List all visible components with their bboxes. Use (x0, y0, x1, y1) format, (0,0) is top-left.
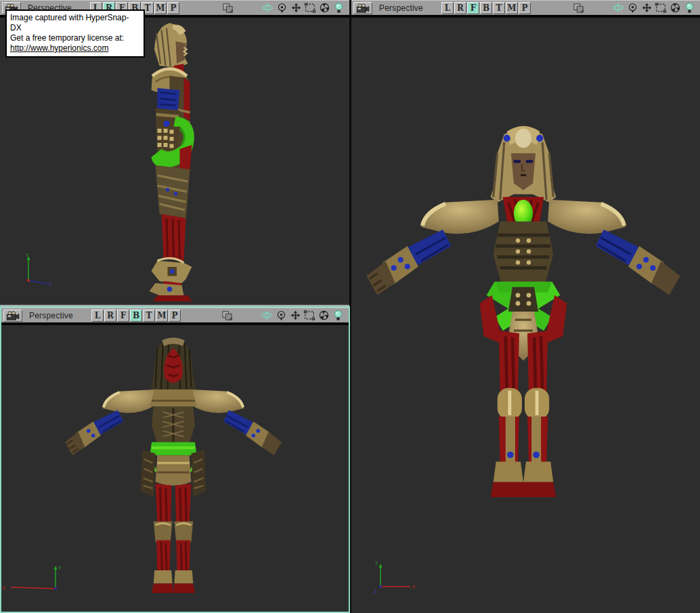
svg-text:Y: Y (375, 561, 378, 566)
orbit-icon (612, 2, 624, 14)
orbit-icon (261, 310, 273, 321)
light-icon (276, 2, 288, 14)
viewport-title: Perspective (29, 311, 91, 320)
svg-text:Z: Z (374, 589, 376, 595)
viewport-title: Perspective (379, 3, 441, 13)
look-around-button[interactable] (274, 310, 288, 322)
pan-icon (641, 2, 653, 14)
view-button-bottom[interactable]: M (506, 2, 518, 14)
pan-button[interactable] (640, 2, 653, 14)
orbit-button[interactable] (260, 310, 274, 322)
zoom-extents-button[interactable] (654, 2, 668, 14)
hypersnap-watermark: Image captured with HyperSnap-DX Get a f… (5, 9, 145, 58)
svg-text:Z: Z (49, 282, 51, 287)
viewport-canvas-side[interactable]: Y Z (0, 18, 349, 305)
pan-icon (290, 310, 301, 321)
zoom-extents-button[interactable] (303, 310, 316, 322)
bulb-icon (333, 310, 343, 321)
frame-icon (303, 310, 315, 321)
bulb-icon (684, 2, 695, 14)
view-button-back[interactable]: B (480, 2, 492, 14)
copy-icon (573, 3, 585, 14)
orbit-button[interactable] (261, 2, 274, 14)
arc-rotate-button[interactable] (318, 2, 331, 14)
watermark-line-2: Get a free temporary license at: (10, 33, 140, 43)
orbit-icon (261, 2, 274, 14)
toggle-light-button[interactable] (332, 2, 345, 14)
view-button-group: L R F B T M P (91, 310, 181, 322)
frame-icon (655, 2, 667, 14)
light-icon (627, 2, 638, 14)
axis-gizmo: X Y Z (371, 559, 422, 595)
view-button-left[interactable]: L (441, 2, 454, 14)
nav-icon-group (611, 2, 696, 14)
viewport-canvas-front[interactable]: X Y Z (351, 18, 700, 613)
view-button-back[interactable]: B (130, 310, 142, 322)
arc-rotate-icon (318, 310, 330, 321)
model-front-view (366, 123, 680, 505)
nav-icon-group (260, 310, 345, 322)
arc-rotate-button[interactable] (317, 310, 330, 322)
view-button-front[interactable]: F (117, 310, 129, 322)
look-around-button[interactable] (275, 2, 288, 14)
arc-rotate-button[interactable] (668, 2, 682, 14)
copy-view-button[interactable] (572, 2, 586, 14)
view-button-top[interactable]: T (143, 310, 155, 322)
arc-rotate-icon (670, 2, 681, 14)
camera-icon (5, 311, 20, 320)
view-button-right[interactable]: R (104, 310, 116, 322)
camera-view-button[interactable] (3, 310, 22, 322)
nav-icon-group (261, 2, 345, 14)
model-back-view (65, 334, 282, 599)
copy-icon (222, 3, 234, 14)
pan-icon (290, 2, 302, 14)
camera-icon (355, 3, 370, 13)
viewport-bottom-left: Perspective L R F B T M P (0, 306, 350, 613)
view-button-bottom[interactable]: M (156, 310, 168, 322)
svg-text:X: X (3, 586, 6, 591)
bulb-icon (334, 2, 344, 14)
model-side-view (131, 19, 210, 303)
viewport-right: Perspective L R F B T M P (351, 0, 700, 613)
view-button-left[interactable]: L (91, 310, 104, 322)
copy-view-button[interactable] (221, 310, 234, 322)
frame-icon (304, 2, 316, 14)
orbit-button[interactable] (611, 2, 625, 14)
zoom-extents-button[interactable] (303, 2, 317, 14)
toggle-light-button[interactable] (682, 2, 696, 14)
watermark-line-1: Image captured with HyperSnap-DX (10, 13, 140, 33)
axis-gizmo: Y Z (20, 252, 54, 287)
view-button-top[interactable]: T (493, 2, 505, 14)
pan-button[interactable] (288, 310, 302, 322)
copy-icon (221, 310, 234, 321)
arc-rotate-icon (319, 2, 330, 14)
viewport-toolbar: Perspective L R F B T M P (1, 308, 349, 322)
view-button-perspective[interactable]: P (519, 2, 531, 14)
view-button-group: L R F B T M P (441, 2, 531, 14)
view-button-perspective[interactable]: P (169, 310, 181, 322)
viewport-canvas-back[interactable]: X Y (1, 326, 349, 612)
view-button-bottom[interactable]: M (154, 2, 167, 14)
pan-button[interactable] (289, 2, 303, 14)
view-button-front[interactable]: F (467, 2, 479, 14)
toolbar-separator (1, 322, 349, 325)
look-around-button[interactable] (626, 2, 639, 14)
copy-view-button[interactable] (221, 2, 235, 14)
watermark-url: http://www.hyperionics.com (10, 43, 140, 54)
light-icon (276, 310, 287, 321)
svg-text:Y: Y (58, 566, 62, 571)
viewport-toolbar: Perspective L R F B T M P (351, 0, 700, 15)
camera-view-button[interactable] (353, 2, 372, 14)
svg-text:X: X (412, 585, 416, 590)
axis-gizmo: X Y (1, 562, 69, 595)
view-button-right[interactable]: R (454, 2, 466, 14)
view-button-perspective[interactable]: P (167, 2, 179, 14)
toggle-light-button[interactable] (331, 310, 345, 322)
